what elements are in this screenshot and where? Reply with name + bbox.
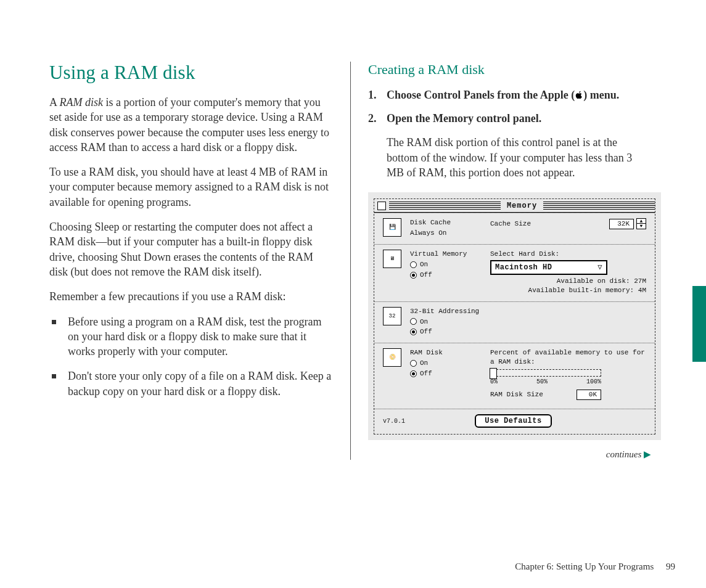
disk-cache-label: Disk Cache <box>410 218 490 227</box>
page-footer: Chapter 6: Setting Up Your Programs 99 <box>515 561 675 572</box>
intro-paragraph-4: Remember a few precautions if you use a … <box>49 289 333 304</box>
pct-0: 0% <box>490 378 498 386</box>
continues-indicator: continues ▶ <box>368 449 651 460</box>
ramdisk-slider[interactable] <box>490 369 601 377</box>
vm-off-text: Off <box>420 271 432 280</box>
available-on-disk: Available on disk: 27M <box>490 277 646 286</box>
window-titlebar: Memory <box>374 199 655 213</box>
disk-cache-icon: 💾 <box>383 218 401 237</box>
dropdown-arrow-icon: ▽ <box>597 263 602 272</box>
ramdisk-off-radio[interactable]: Off <box>410 369 490 378</box>
chapter-label: Chapter 6: Setting Up Your Programs <box>515 561 654 571</box>
precautions-list: Before using a program on a RAM disk, te… <box>49 314 333 399</box>
addr-on-text: On <box>420 317 428 327</box>
cache-size-field[interactable]: 32K <box>609 219 634 229</box>
continues-text: continues <box>606 449 642 459</box>
ramdisk-size-field: 0K <box>577 390 601 400</box>
hd-select[interactable]: Macintosh HD ▽ <box>490 260 607 275</box>
version-label: v7.0.1 <box>383 418 405 425</box>
step-note: The RAM disk portion of this control pan… <box>387 135 651 180</box>
addressing-icon: 32 <box>383 307 401 325</box>
use-defaults-button[interactable]: Use Defaults <box>475 414 551 428</box>
p1-italic: RAM disk <box>60 96 103 108</box>
step-1-text-end: ) menu. <box>583 89 619 101</box>
close-box-icon[interactable] <box>377 202 386 210</box>
titlebar-pattern <box>389 202 501 210</box>
step-2: Open the Memory control panel. <box>368 111 651 126</box>
apple-icon <box>575 88 583 104</box>
right-column: Creating a RAM disk Choose Control Panel… <box>350 62 651 460</box>
step-1-text: Choose Control Panels from the Apple ( <box>387 89 575 101</box>
left-column: Using a RAM disk A RAM disk is a portion… <box>49 62 350 460</box>
page-side-tab <box>692 286 706 362</box>
addr-off-text: Off <box>420 327 432 337</box>
step-1: Choose Control Panels from the Apple () … <box>368 88 651 104</box>
steps-list: Choose Control Panels from the Apple () … <box>368 88 651 126</box>
ramdisk-on-text: On <box>420 359 428 368</box>
titlebar-pattern <box>543 202 655 210</box>
ramdisk-size-label: RAM Disk Size <box>490 390 543 399</box>
ramdisk-on-radio[interactable]: On <box>410 359 490 368</box>
available-memory: Available built-in memory: 4M <box>490 286 646 295</box>
window-title: Memory <box>501 202 543 210</box>
virtual-memory-icon: 🖥 <box>383 250 401 268</box>
ramdisk-section: 📀 RAM Disk On Off Percent of available m… <box>374 343 655 409</box>
addr-off-radio[interactable]: Off <box>410 327 490 337</box>
ramdisk-off-text: Off <box>420 369 432 378</box>
memory-control-panel-figure: Memory 💾 Disk Cache Always On Cache Size <box>368 192 661 440</box>
ramdisk-icon: 📀 <box>383 348 401 367</box>
hd-select-label: Select Hard Disk: <box>490 250 646 259</box>
hd-select-value: Macintosh HD <box>495 263 552 272</box>
disk-cache-section: 💾 Disk Cache Always On Cache Size 32K ▲▼ <box>374 213 655 244</box>
pct-label: Percent of available memory to use for a… <box>490 348 646 367</box>
addr-label: 32-Bit Addressing <box>410 307 490 316</box>
pct-100: 100% <box>586 378 601 386</box>
pct-50: 50% <box>536 378 548 386</box>
cache-size-stepper[interactable]: ▲▼ <box>636 218 646 229</box>
bullet-1: Before using a program on a RAM disk, te… <box>49 314 333 359</box>
p1-a: A <box>49 96 60 108</box>
intro-paragraph-2: To use a RAM disk, you should have at le… <box>49 165 333 210</box>
ramdisk-label: RAM Disk <box>410 348 490 357</box>
page-number: 99 <box>666 561 675 571</box>
main-heading: Using a RAM disk <box>49 62 333 84</box>
intro-paragraph-3: Choosing Sleep or restarting the compute… <box>49 219 333 279</box>
vm-off-radio[interactable]: Off <box>410 271 490 280</box>
vm-label: Virtual Memory <box>410 250 490 259</box>
vm-on-radio[interactable]: On <box>410 260 490 269</box>
continues-arrow-icon: ▶ <box>644 449 651 459</box>
addr-on-radio[interactable]: On <box>410 317 490 327</box>
cache-size-label: Cache Size <box>490 219 531 229</box>
vm-on-text: On <box>420 260 428 269</box>
addressing-section: 32 32-Bit Addressing On Off <box>374 301 655 343</box>
intro-paragraph-1: A RAM disk is a portion of your computer… <box>49 95 333 155</box>
disk-cache-sub: Always On <box>410 229 490 238</box>
bullet-2: Don't store your only copy of a file on … <box>49 369 333 399</box>
slider-thumb-icon[interactable] <box>490 368 497 379</box>
virtual-memory-section: 🖥 Virtual Memory On Off Select Hard Disk… <box>374 244 655 301</box>
sub-heading: Creating a RAM disk <box>368 62 651 78</box>
